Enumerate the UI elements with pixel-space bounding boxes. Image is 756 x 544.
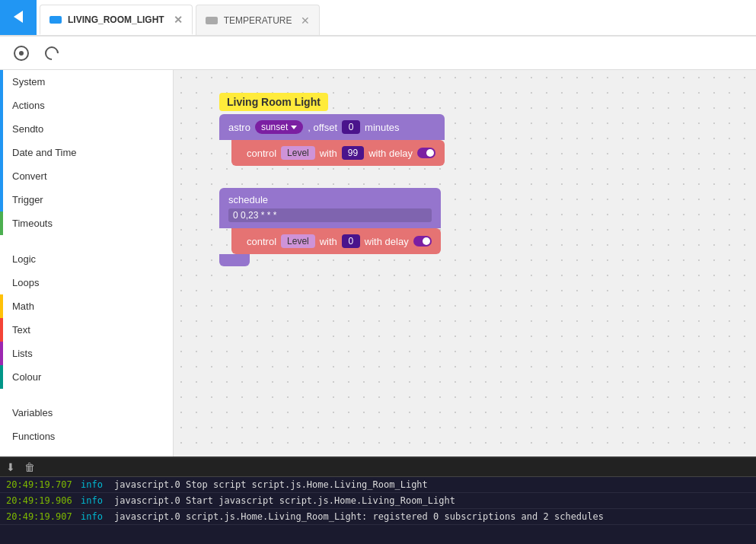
sidebar-item-text[interactable]: Text	[0, 318, 173, 342]
log-clear-button[interactable]: 🗑	[21, 460, 38, 475]
log-controls: ⬇ 🗑	[0, 458, 756, 477]
log-area: ⬇ 🗑 20:49:19.707 info javascript.0 Stop …	[0, 457, 756, 544]
tab-living-room-light[interactable]: LIVING_ROOM_LIGHT ✕	[40, 5, 193, 35]
log-time-1: 20:49:19.707	[6, 479, 75, 490]
log-level-1: info	[81, 479, 108, 490]
sidebar-label-text: Text	[12, 324, 30, 336]
tab-icon-temperature	[206, 17, 218, 24]
tab-icon-living-room	[49, 16, 62, 24]
with-delay-text-2: with delay	[365, 236, 409, 247]
back-arrow-icon	[14, 11, 23, 23]
sidebar-label-logic: Logic	[12, 253, 36, 265]
tab-bar: LIVING_ROOM_LIGHT ✕ TEMPERATURE ✕	[0, 0, 756, 37]
dropdown-arrow-icon	[291, 126, 297, 129]
level-keyword-1[interactable]: Level	[281, 146, 315, 160]
sidebar-item-timeouts[interactable]: Timeouts	[0, 212, 173, 235]
block-bottom-notch	[219, 254, 250, 266]
sidebar-item-system[interactable]: System	[0, 70, 173, 94]
sidebar-label-sendto: Sendto	[12, 123, 43, 135]
sidebar-item-logic[interactable]: Logic	[0, 247, 173, 271]
log-download-button[interactable]: ⬇	[3, 460, 18, 475]
block-group-1: Living Room Light astro sunset , offset …	[219, 93, 445, 166]
sidebar-label-datetime: Date and Time	[12, 147, 77, 158]
log-level-2: info	[81, 495, 108, 506]
block-schedule[interactable]: schedule 0 0,23 * * *	[219, 188, 441, 228]
sidebar-label-functions: Functions	[12, 431, 55, 442]
canvas-area[interactable]: Living Room Light astro sunset , offset …	[174, 70, 756, 457]
sidebar-item-colour[interactable]: Colour	[0, 365, 173, 389]
log-level-3: info	[81, 511, 108, 522]
level-value-2[interactable]: 0	[342, 234, 360, 248]
back-button[interactable]	[0, 0, 37, 35]
delay-toggle-2[interactable]	[413, 236, 432, 247]
sidebar-label-actions: Actions	[12, 100, 45, 111]
delay-toggle-1[interactable]	[417, 148, 435, 158]
sidebar-divider-1	[0, 235, 173, 247]
log-time-3: 20:49:19.907	[6, 511, 75, 522]
schedule-label: schedule	[228, 194, 432, 205]
log-entry-2: 20:49:19.906 info javascript.0 Start jav…	[0, 493, 756, 509]
tab-temperature[interactable]: TEMPERATURE ✕	[196, 5, 321, 35]
tab-label-temperature: TEMPERATURE	[224, 15, 292, 26]
astro-prefix: astro	[228, 122, 250, 133]
log-entry-3: 20:49:19.907 info javascript.0 script.js…	[0, 509, 756, 525]
sidebar-label-math: Math	[12, 301, 34, 312]
sunset-dropdown[interactable]: sunset	[255, 120, 303, 134]
control-text-1: control	[247, 148, 276, 159]
control-text-2: control	[247, 236, 276, 247]
log-time-2: 20:49:19.906	[6, 495, 75, 506]
sidebar-label-colour: Colour	[12, 371, 41, 383]
block-astro[interactable]: astro sunset , offset 0 minutes	[219, 114, 445, 140]
schedule-value: 0 0,23 * * *	[228, 208, 432, 222]
sidebar-label-loops: Loops	[12, 277, 39, 288]
target-button[interactable]	[9, 41, 33, 65]
main-area: System Actions Sendto Date and Time Conv…	[0, 70, 756, 457]
sidebar-item-lists[interactable]: Lists	[0, 342, 173, 365]
offset-text: , offset	[308, 122, 337, 133]
toolbar	[0, 37, 756, 70]
refresh-button[interactable]	[40, 41, 64, 65]
sidebar-item-sendto[interactable]: Sendto	[0, 117, 173, 141]
minutes-text: minutes	[365, 122, 400, 133]
sidebar-item-trigger[interactable]: Trigger	[0, 188, 173, 212]
tab-close-temperature[interactable]: ✕	[301, 14, 310, 27]
level-value-1[interactable]: 99	[342, 146, 364, 160]
sidebar-label-timeouts: Timeouts	[12, 218, 53, 229]
log-msg-1: javascript.0 Stop script script.js.Home.…	[114, 479, 428, 490]
sidebar-label-system: System	[12, 76, 45, 87]
sidebar-item-loops[interactable]: Loops	[0, 271, 173, 294]
log-msg-3: javascript.0 script.js.Home.Living_Room_…	[114, 511, 604, 522]
sidebar-item-datetime[interactable]: Date and Time	[0, 141, 173, 164]
sidebar-item-convert[interactable]: Convert	[0, 164, 173, 188]
sidebar-label-trigger: Trigger	[12, 194, 43, 205]
log-entry-1: 20:49:19.707 info javascript.0 Stop scri…	[0, 477, 756, 493]
target-icon	[14, 46, 29, 61]
offset-value[interactable]: 0	[342, 120, 360, 134]
with-text-1: with	[320, 148, 337, 159]
tab-label-living-room: LIVING_ROOM_LIGHT	[68, 14, 164, 25]
sidebar-item-functions[interactable]: Functions	[0, 425, 173, 448]
block-label-living-room: Living Room Light	[219, 93, 328, 111]
sidebar-label-convert: Convert	[12, 170, 47, 182]
sidebar-label-lists: Lists	[12, 348, 33, 359]
block-group-2: schedule 0 0,23 * * * control Level with…	[219, 188, 441, 266]
with-delay-text-1: with delay	[368, 148, 413, 159]
block-control-2[interactable]: control Level with 0 with delay	[231, 228, 441, 254]
sidebar-label-variables: Variables	[12, 407, 53, 418]
sidebar: System Actions Sendto Date and Time Conv…	[0, 70, 174, 457]
level-keyword-2[interactable]: Level	[281, 234, 315, 248]
block-control-1[interactable]: control Level with 99 with delay	[231, 140, 445, 166]
tab-close-living-room[interactable]: ✕	[174, 14, 183, 26]
log-msg-2: javascript.0 Start javascript script.js.…	[114, 495, 455, 506]
sidebar-divider-2	[0, 389, 173, 401]
sidebar-item-actions[interactable]: Actions	[0, 94, 173, 117]
sunset-label: sunset	[261, 122, 288, 132]
with-text-2: with	[320, 236, 337, 247]
sidebar-item-math[interactable]: Math	[0, 294, 173, 318]
refresh-icon	[42, 43, 61, 62]
sidebar-item-variables[interactable]: Variables	[0, 401, 173, 425]
